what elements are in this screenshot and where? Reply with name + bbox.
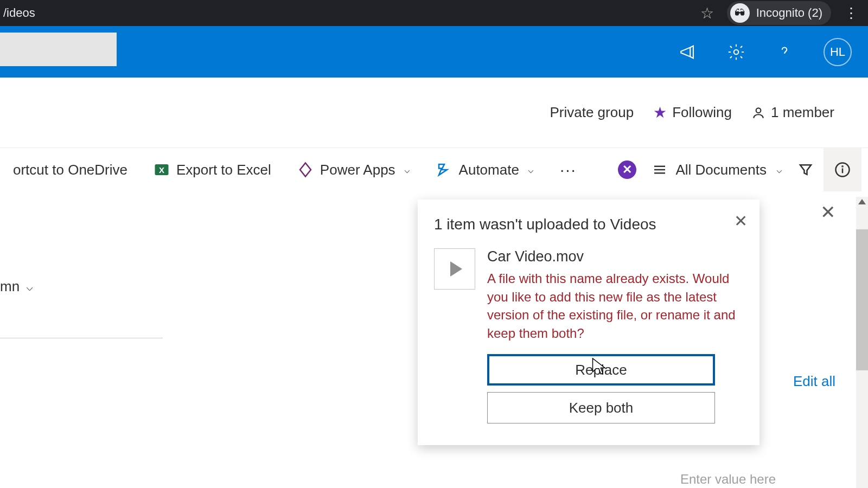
view-selector[interactable]: All Documents ⌵: [646, 162, 788, 178]
excel-icon: X: [154, 162, 170, 178]
chevron-down-icon: ⌵: [404, 164, 410, 176]
conflict-message: A file with this name already exists. Wo…: [487, 269, 743, 342]
incognito-label: Incognito (2): [756, 6, 822, 20]
filter-icon[interactable]: [797, 162, 814, 178]
members-link[interactable]: 1 member: [751, 104, 834, 121]
column-header-fragment[interactable]: mn ⌵: [0, 278, 33, 295]
follow-toggle[interactable]: ★ Following: [653, 104, 732, 121]
property-placeholder[interactable]: Enter value here: [680, 472, 776, 487]
automate-icon: [436, 162, 452, 178]
upload-conflict-dialog: ✕ 1 item wasn't uploaded to Videos Car V…: [418, 200, 760, 445]
content-area: mn ⌵ ✕ 1 item wasn't uploaded to Videos …: [0, 191, 868, 488]
play-icon: [450, 261, 462, 277]
help-icon[interactable]: [775, 43, 794, 61]
chevron-down-icon: ⌵: [776, 164, 782, 176]
browser-chrome: /ideos ☆ 🕶 Incognito (2) ⋮: [0, 0, 868, 26]
search-input[interactable]: [0, 33, 117, 66]
details-pane-toggle[interactable]: [824, 148, 861, 191]
browser-menu-icon[interactable]: ⋮: [844, 5, 858, 22]
svg-point-0: [734, 49, 739, 54]
chevron-down-icon: ⌵: [26, 280, 33, 294]
scroll-up-icon: [858, 199, 866, 204]
power-apps-button[interactable]: Power Apps ⌵: [284, 162, 423, 178]
incognito-icon: 🕶: [730, 3, 750, 23]
command-bar: ortcut to OneDrive X Export to Excel Pow…: [0, 148, 868, 191]
members-label: 1 member: [771, 104, 834, 121]
row-divider: [0, 338, 163, 338]
suite-bar: HL: [0, 26, 868, 78]
user-avatar[interactable]: HL: [824, 38, 852, 66]
address-bar-fragment[interactable]: /ideos: [0, 6, 35, 20]
dialog-close-button[interactable]: ✕: [734, 211, 748, 230]
command-bar-right: ✕ All Documents ⌵: [618, 148, 868, 191]
mouse-cursor: [591, 357, 608, 378]
group-header: Private group ★ Following 1 member: [0, 78, 868, 148]
more-commands-button[interactable]: ···: [547, 160, 590, 179]
svg-point-9: [842, 166, 843, 166]
megaphone-icon[interactable]: [679, 43, 697, 61]
group-privacy-label: Private group: [550, 104, 634, 121]
cancel-upload-button[interactable]: ✕: [618, 160, 636, 179]
settings-gear-icon[interactable]: [727, 43, 745, 61]
keep-both-button[interactable]: Keep both: [487, 392, 715, 423]
ellipsis-icon: ···: [560, 160, 577, 179]
powerapps-icon: [297, 162, 314, 178]
browser-actions: ☆ 🕶 Incognito (2) ⋮: [700, 1, 868, 25]
shortcut-onedrive-button[interactable]: ortcut to OneDrive: [0, 162, 141, 178]
export-excel-button[interactable]: X Export to Excel: [141, 162, 284, 178]
svg-text:X: X: [159, 165, 164, 175]
svg-point-1: [756, 108, 761, 113]
edit-all-link[interactable]: Edit all: [793, 373, 835, 390]
details-close-button[interactable]: ✕: [820, 201, 835, 223]
follow-label: Following: [672, 104, 732, 121]
details-scrollbar[interactable]: [856, 197, 868, 488]
automate-button[interactable]: Automate ⌵: [423, 162, 547, 178]
conflict-file-name: Car Video.mov: [487, 248, 743, 265]
file-thumbnail: [434, 248, 475, 290]
suite-actions: HL: [679, 26, 852, 78]
person-icon: [751, 106, 765, 120]
bookmark-star-icon[interactable]: ☆: [700, 4, 714, 22]
incognito-badge[interactable]: 🕶 Incognito (2): [727, 1, 831, 25]
star-filled-icon: ★: [653, 104, 667, 121]
info-icon: [834, 162, 851, 178]
scroll-thumb[interactable]: [856, 229, 868, 370]
chevron-down-icon: ⌵: [528, 164, 534, 176]
close-icon: ✕: [622, 163, 632, 177]
list-lines-icon: [652, 162, 668, 178]
dialog-title: 1 item wasn't uploaded to Videos: [434, 216, 743, 233]
